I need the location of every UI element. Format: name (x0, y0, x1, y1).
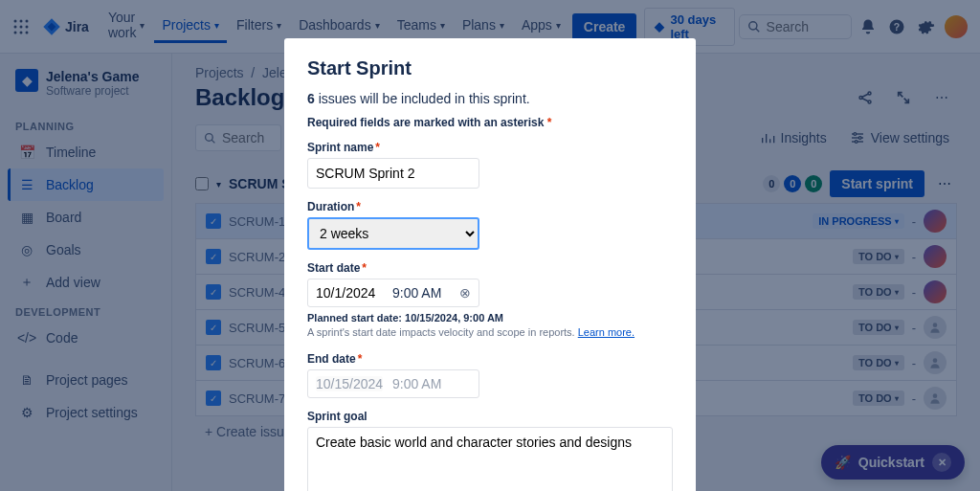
sprint-goal-textarea[interactable] (307, 427, 673, 491)
modal-included: 6 issues will be included in this sprint… (307, 91, 673, 106)
sprint-name-input[interactable] (307, 158, 479, 189)
learn-more-link[interactable]: Learn more. (578, 326, 635, 338)
clear-icon[interactable]: ⊗ (459, 285, 471, 301)
duration-label: Duration* (307, 200, 673, 213)
duration-select[interactable]: 2 weeks (307, 217, 479, 250)
end-date-label: End date* (307, 352, 673, 366)
start-date-input[interactable]: 9:00 AM ⊗ (307, 279, 479, 307)
modal-overlay: Start Sprint 6 issues will be included i… (0, 0, 980, 491)
sprint-name-label: Sprint name* (307, 141, 673, 154)
modal-title: Start Sprint (307, 57, 673, 79)
sprint-goal-label: Sprint goal (307, 410, 673, 423)
required-note: Required fields are marked with an aster… (307, 116, 673, 129)
end-date-input[interactable]: 9:00 AM (307, 369, 479, 398)
start-date-label: Start date* (307, 261, 673, 275)
start-sprint-modal: Start Sprint 6 issues will be included i… (284, 38, 696, 491)
planned-date-note: Planned start date: 10/15/2024, 9:00 AM … (307, 311, 673, 341)
